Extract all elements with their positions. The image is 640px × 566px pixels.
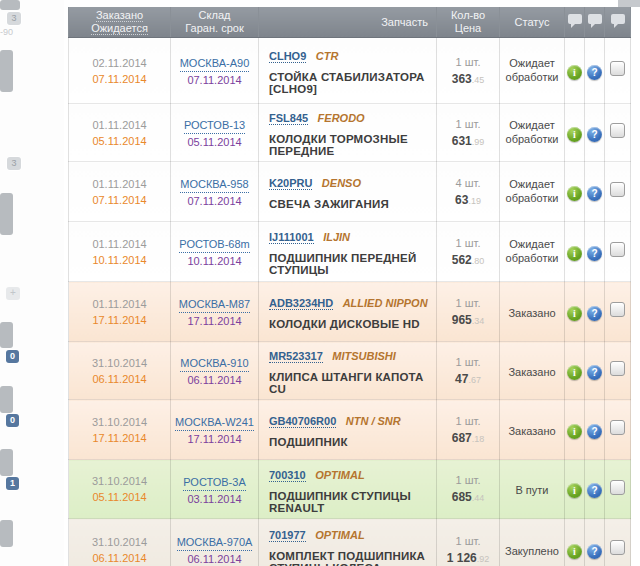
- brand-label: ALLIED NIPPON: [343, 297, 428, 309]
- question-icon[interactable]: ?: [587, 306, 602, 321]
- warranty-date: 17.11.2014: [171, 431, 258, 447]
- part-name: КОЛОДКИ ДИСКОВЫЕ HD: [269, 318, 432, 330]
- info-icon[interactable]: i: [567, 127, 582, 142]
- left-panel-block: [0, 449, 13, 476]
- status-label: Ожидает обработки: [500, 177, 564, 205]
- warehouse-link[interactable]: РОСТОВ-68m: [179, 237, 249, 253]
- row-checkbox[interactable]: [610, 480, 625, 495]
- sort-expected-link[interactable]: Ожидается: [91, 22, 148, 35]
- left-panel-plus-badge[interactable]: +: [6, 287, 20, 300]
- order-row: 31.10.2014 05.11.2014 РОСТОВ-3А 03.11.20…: [69, 460, 631, 519]
- part-code-link[interactable]: 701977: [269, 529, 306, 542]
- header-comments-3[interactable]: [605, 7, 631, 38]
- order-row: 31.10.2014 17.11.2014 МОСКВА-W241 17.11.…: [69, 400, 631, 460]
- expected-date: 05.11.2014: [69, 133, 170, 149]
- warehouse-cell: МОСКВА-910 06.11.2014: [171, 342, 259, 400]
- ordered-date: 31.10.2014: [69, 414, 170, 430]
- row-checkbox[interactable]: [610, 123, 625, 138]
- part-code-link[interactable]: MR523317: [269, 350, 323, 363]
- status-cell: Ожидает обработки: [500, 162, 565, 222]
- header-comments-1[interactable]: [565, 7, 585, 38]
- qty-price-cell: 1 шт. 63199: [437, 104, 500, 162]
- row-checkbox[interactable]: [610, 540, 625, 555]
- part-code-link[interactable]: CLHO9: [269, 50, 306, 63]
- part-code-link[interactable]: ADB3234HD: [269, 297, 333, 310]
- status-cell: Ожидает обработки: [500, 104, 565, 162]
- part-code-link[interactable]: 700310: [269, 469, 306, 482]
- warehouse-link[interactable]: МОСКВА-М87: [179, 297, 250, 313]
- info-icon[interactable]: i: [567, 306, 582, 321]
- qty-price-cell: 1 шт. 68544: [437, 460, 500, 519]
- warehouse-link[interactable]: МОСКВА-А90: [180, 56, 250, 72]
- info-icon[interactable]: i: [567, 65, 582, 80]
- header-ordered-expected[interactable]: Заказано Ожидается: [69, 7, 171, 38]
- row-checkbox[interactable]: [610, 302, 625, 317]
- left-panel-count-badge[interactable]: 3: [7, 157, 21, 170]
- question-icon[interactable]: ?: [587, 127, 602, 142]
- ordered-date: 31.10.2014: [69, 355, 170, 371]
- part-code-link[interactable]: FSL845: [269, 112, 308, 125]
- warehouse-link[interactable]: РОСТОВ-13: [184, 118, 245, 134]
- header-comments-2[interactable]: [585, 7, 605, 38]
- warehouse-link[interactable]: РОСТОВ-3А: [183, 475, 245, 491]
- header-qty-label: Кол-во: [439, 9, 497, 22]
- info-icon[interactable]: i: [567, 246, 582, 261]
- price-integer: 363: [452, 72, 472, 86]
- price-integer: 47: [455, 372, 468, 386]
- left-panel-block: [0, 50, 13, 92]
- left-panel-block: [0, 0, 20, 10]
- part-code-link[interactable]: K20PRU: [269, 177, 312, 190]
- warehouse-link[interactable]: МОСКВА-W241: [175, 415, 254, 431]
- help-cell: ?: [585, 38, 605, 104]
- warehouse-link[interactable]: МОСКВА-958: [180, 177, 248, 193]
- row-checkbox[interactable]: [610, 242, 625, 257]
- row-checkbox[interactable]: [610, 61, 625, 76]
- status-cell: Ожидает обработки: [500, 222, 565, 282]
- question-icon[interactable]: ?: [587, 246, 602, 261]
- warehouse-link[interactable]: МОСКВА-970А: [177, 535, 253, 551]
- row-checkbox[interactable]: [610, 182, 625, 197]
- sort-ordered-link[interactable]: Заказано: [96, 9, 143, 22]
- price-integer: 562: [452, 253, 472, 267]
- price-decimals: 44: [472, 493, 485, 503]
- info-icon[interactable]: i: [567, 544, 582, 559]
- left-panel-count-badge-blue[interactable]: 0: [6, 350, 19, 363]
- select-cell: [605, 282, 631, 342]
- left-panel-count-badge-blue[interactable]: 1: [6, 477, 19, 490]
- info-icon[interactable]: i: [567, 186, 582, 201]
- info-icon[interactable]: i: [567, 424, 582, 439]
- quantity: 1 шт.: [437, 295, 499, 311]
- part-code-link[interactable]: GB40706R00: [269, 415, 336, 428]
- part-cell: MR523317 MITSUBISHI КЛИПСА ШТАНГИ КАПОТА…: [259, 342, 437, 400]
- row-checkbox[interactable]: [610, 361, 625, 376]
- status-label: Ожидает обработки: [500, 56, 564, 84]
- status-label: В пути: [512, 483, 551, 497]
- warehouse-link[interactable]: МОСКВА-910: [180, 356, 248, 372]
- warehouse-cell: РОСТОВ-3А 03.11.2014: [171, 460, 259, 519]
- brand-label: MITSUBISHI: [332, 350, 396, 362]
- info-icon[interactable]: i: [567, 483, 582, 498]
- question-icon[interactable]: ?: [587, 365, 602, 380]
- info-cell: i: [565, 519, 585, 566]
- status-cell: Ожидает обработки: [500, 38, 565, 104]
- question-icon[interactable]: ?: [587, 544, 602, 559]
- left-panel-count-badge-blue[interactable]: 0: [6, 414, 19, 427]
- row-checkbox[interactable]: [610, 420, 625, 435]
- price-decimals: 18: [472, 434, 485, 444]
- question-icon[interactable]: ?: [587, 65, 602, 80]
- part-code-link[interactable]: IJ111001: [269, 231, 314, 244]
- info-cell: i: [565, 282, 585, 342]
- price-decimals: 80: [472, 256, 485, 266]
- expected-date: 07.11.2014: [69, 192, 170, 208]
- quantity: 1 шт.: [437, 533, 499, 549]
- question-icon[interactable]: ?: [587, 483, 602, 498]
- part-name: ПОДШИПНИК: [269, 436, 432, 448]
- quantity: 1 шт.: [437, 354, 499, 370]
- question-icon[interactable]: ?: [587, 186, 602, 201]
- question-icon[interactable]: ?: [587, 424, 602, 439]
- info-icon[interactable]: i: [567, 365, 582, 380]
- warranty-date: 07.11.2014: [171, 193, 258, 209]
- warranty-date: 07.11.2014: [171, 72, 258, 88]
- left-panel-count-badge[interactable]: 3: [7, 12, 21, 25]
- part-cell: 700310 OPTIMAL ПОДШИПНИК СТУПИЦЫ RENAULT: [259, 460, 437, 519]
